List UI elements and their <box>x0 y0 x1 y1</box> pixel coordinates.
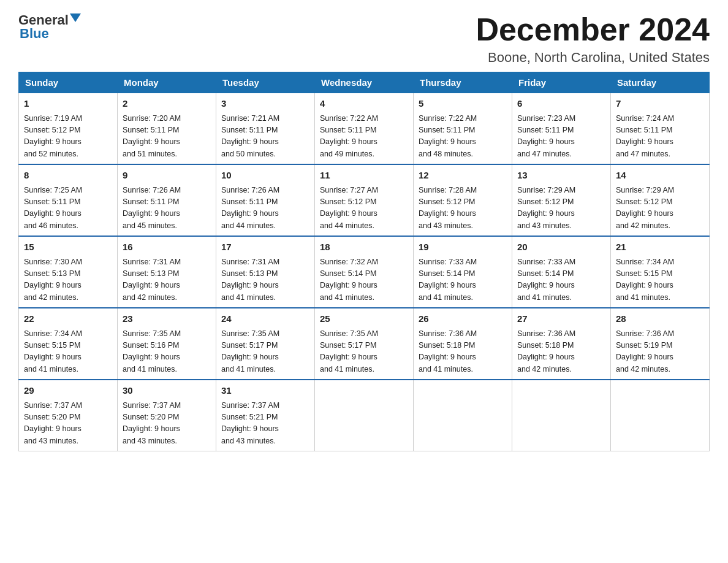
day-number: 20 <box>517 240 605 255</box>
day-info: Sunrise: 7:31 AMSunset: 5:13 PMDaylight:… <box>123 256 211 304</box>
calendar-header-row: SundayMondayTuesdayWednesdayThursdayFrid… <box>19 72 710 93</box>
calendar-cell: 24Sunrise: 7:35 AMSunset: 5:17 PMDayligh… <box>216 308 315 380</box>
week-row-2: 8Sunrise: 7:25 AMSunset: 5:11 PMDaylight… <box>19 164 710 236</box>
calendar-cell: 26Sunrise: 7:36 AMSunset: 5:18 PMDayligh… <box>414 308 512 380</box>
day-info: Sunrise: 7:30 AMSunset: 5:13 PMDaylight:… <box>24 256 112 304</box>
calendar-cell: 3Sunrise: 7:21 AMSunset: 5:11 PMDaylight… <box>216 93 315 165</box>
day-number: 10 <box>221 169 309 183</box>
day-number: 28 <box>616 312 704 326</box>
calendar-cell: 27Sunrise: 7:36 AMSunset: 5:18 PMDayligh… <box>512 308 611 380</box>
page-header: General Blue December 2024 Boone, North … <box>18 12 710 66</box>
day-number: 23 <box>123 312 211 326</box>
day-number: 24 <box>221 312 309 326</box>
calendar-cell <box>315 380 414 451</box>
calendar-cell: 8Sunrise: 7:25 AMSunset: 5:11 PMDaylight… <box>19 164 118 236</box>
day-number: 8 <box>24 169 112 183</box>
col-header-thursday: Thursday <box>414 72 512 93</box>
day-number: 26 <box>419 312 507 326</box>
calendar-cell: 23Sunrise: 7:35 AMSunset: 5:16 PMDayligh… <box>118 308 216 380</box>
calendar-cell: 5Sunrise: 7:22 AMSunset: 5:11 PMDaylight… <box>414 93 512 165</box>
day-info: Sunrise: 7:22 AMSunset: 5:11 PMDaylight:… <box>419 113 507 161</box>
day-info: Sunrise: 7:35 AMSunset: 5:17 PMDaylight:… <box>221 328 309 376</box>
day-info: Sunrise: 7:19 AMSunset: 5:12 PMDaylight:… <box>24 113 112 161</box>
day-number: 21 <box>616 240 704 255</box>
calendar-cell: 18Sunrise: 7:32 AMSunset: 5:14 PMDayligh… <box>315 236 414 308</box>
day-info: Sunrise: 7:37 AMSunset: 5:20 PMDaylight:… <box>123 400 211 448</box>
day-number: 9 <box>123 169 211 183</box>
day-number: 11 <box>320 169 408 183</box>
day-info: Sunrise: 7:31 AMSunset: 5:13 PMDaylight:… <box>221 256 309 304</box>
day-number: 16 <box>123 240 211 255</box>
col-header-friday: Friday <box>512 72 611 93</box>
day-info: Sunrise: 7:26 AMSunset: 5:11 PMDaylight:… <box>123 185 211 232</box>
calendar-cell: 11Sunrise: 7:27 AMSunset: 5:12 PMDayligh… <box>315 164 414 236</box>
day-info: Sunrise: 7:35 AMSunset: 5:17 PMDaylight:… <box>320 328 408 376</box>
day-number: 17 <box>221 240 309 255</box>
day-info: Sunrise: 7:37 AMSunset: 5:20 PMDaylight:… <box>24 400 112 448</box>
day-number: 13 <box>517 169 605 183</box>
day-info: Sunrise: 7:29 AMSunset: 5:12 PMDaylight:… <box>517 185 605 232</box>
day-number: 15 <box>24 240 112 255</box>
calendar-cell: 31Sunrise: 7:37 AMSunset: 5:21 PMDayligh… <box>216 380 315 451</box>
day-number: 31 <box>221 384 309 398</box>
location-title: Boone, North Carolina, United States <box>476 50 710 66</box>
calendar-cell: 7Sunrise: 7:24 AMSunset: 5:11 PMDaylight… <box>611 93 710 165</box>
day-number: 5 <box>419 97 507 111</box>
calendar-cell: 9Sunrise: 7:26 AMSunset: 5:11 PMDaylight… <box>118 164 216 236</box>
day-number: 27 <box>517 312 605 326</box>
day-number: 25 <box>320 312 408 326</box>
day-number: 18 <box>320 240 408 255</box>
week-row-4: 22Sunrise: 7:34 AMSunset: 5:15 PMDayligh… <box>19 308 710 380</box>
day-number: 22 <box>24 312 112 326</box>
calendar-cell: 21Sunrise: 7:34 AMSunset: 5:15 PMDayligh… <box>611 236 710 308</box>
day-info: Sunrise: 7:29 AMSunset: 5:12 PMDaylight:… <box>616 185 704 232</box>
day-info: Sunrise: 7:37 AMSunset: 5:21 PMDaylight:… <box>221 400 309 448</box>
day-number: 12 <box>419 169 507 183</box>
calendar-cell: 16Sunrise: 7:31 AMSunset: 5:13 PMDayligh… <box>118 236 216 308</box>
day-info: Sunrise: 7:24 AMSunset: 5:11 PMDaylight:… <box>616 113 704 161</box>
calendar-cell: 12Sunrise: 7:28 AMSunset: 5:12 PMDayligh… <box>414 164 512 236</box>
col-header-tuesday: Tuesday <box>216 72 315 93</box>
day-info: Sunrise: 7:36 AMSunset: 5:19 PMDaylight:… <box>616 328 704 376</box>
calendar-cell: 2Sunrise: 7:20 AMSunset: 5:11 PMDaylight… <box>118 93 216 165</box>
day-number: 2 <box>123 97 211 111</box>
svg-marker-0 <box>70 13 81 22</box>
day-info: Sunrise: 7:27 AMSunset: 5:12 PMDaylight:… <box>320 185 408 232</box>
calendar-table: SundayMondayTuesdayWednesdayThursdayFrid… <box>18 72 710 451</box>
calendar-cell: 10Sunrise: 7:26 AMSunset: 5:11 PMDayligh… <box>216 164 315 236</box>
day-info: Sunrise: 7:34 AMSunset: 5:15 PMDaylight:… <box>24 328 112 376</box>
day-info: Sunrise: 7:36 AMSunset: 5:18 PMDaylight:… <box>517 328 605 376</box>
day-number: 30 <box>123 384 211 398</box>
title-section: December 2024 Boone, North Carolina, Uni… <box>476 12 710 66</box>
day-info: Sunrise: 7:33 AMSunset: 5:14 PMDaylight:… <box>419 256 507 304</box>
calendar-cell: 14Sunrise: 7:29 AMSunset: 5:12 PMDayligh… <box>611 164 710 236</box>
calendar-cell: 13Sunrise: 7:29 AMSunset: 5:12 PMDayligh… <box>512 164 611 236</box>
day-info: Sunrise: 7:25 AMSunset: 5:11 PMDaylight:… <box>24 185 112 232</box>
calendar-cell: 28Sunrise: 7:36 AMSunset: 5:19 PMDayligh… <box>611 308 710 380</box>
calendar-cell: 25Sunrise: 7:35 AMSunset: 5:17 PMDayligh… <box>315 308 414 380</box>
day-info: Sunrise: 7:20 AMSunset: 5:11 PMDaylight:… <box>123 113 211 161</box>
week-row-3: 15Sunrise: 7:30 AMSunset: 5:13 PMDayligh… <box>19 236 710 308</box>
day-info: Sunrise: 7:21 AMSunset: 5:11 PMDaylight:… <box>221 113 309 161</box>
calendar-cell: 15Sunrise: 7:30 AMSunset: 5:13 PMDayligh… <box>19 236 118 308</box>
calendar-cell: 4Sunrise: 7:22 AMSunset: 5:11 PMDaylight… <box>315 93 414 165</box>
day-number: 29 <box>24 384 112 398</box>
calendar-cell: 29Sunrise: 7:37 AMSunset: 5:20 PMDayligh… <box>19 380 118 451</box>
day-info: Sunrise: 7:36 AMSunset: 5:18 PMDaylight:… <box>419 328 507 376</box>
calendar-cell: 22Sunrise: 7:34 AMSunset: 5:15 PMDayligh… <box>19 308 118 380</box>
day-info: Sunrise: 7:35 AMSunset: 5:16 PMDaylight:… <box>123 328 211 376</box>
day-info: Sunrise: 7:34 AMSunset: 5:15 PMDaylight:… <box>616 256 704 304</box>
calendar-cell: 30Sunrise: 7:37 AMSunset: 5:20 PMDayligh… <box>118 380 216 451</box>
day-number: 1 <box>24 97 112 111</box>
day-number: 14 <box>616 169 704 183</box>
day-number: 7 <box>616 97 704 111</box>
day-info: Sunrise: 7:26 AMSunset: 5:11 PMDaylight:… <box>221 185 309 232</box>
day-number: 3 <box>221 97 309 111</box>
calendar-cell: 6Sunrise: 7:23 AMSunset: 5:11 PMDaylight… <box>512 93 611 165</box>
calendar-cell <box>611 380 710 451</box>
calendar-cell: 19Sunrise: 7:33 AMSunset: 5:14 PMDayligh… <box>414 236 512 308</box>
day-info: Sunrise: 7:23 AMSunset: 5:11 PMDaylight:… <box>517 113 605 161</box>
col-header-sunday: Sunday <box>19 72 118 93</box>
logo: General Blue <box>18 12 82 42</box>
day-info: Sunrise: 7:22 AMSunset: 5:11 PMDaylight:… <box>320 113 408 161</box>
